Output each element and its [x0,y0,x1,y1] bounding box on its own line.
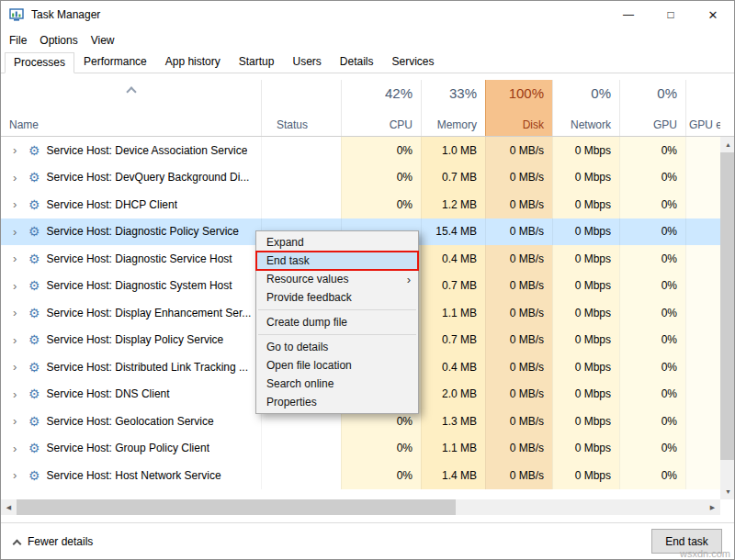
tab-users[interactable]: Users [283,51,330,73]
process-name-cell: ›⚙Service Host: Diagnostic Service Host [1,245,261,273]
menu-item-search-online[interactable]: Search online [256,375,418,393]
menu-item-provide-feedback[interactable]: Provide feedback [256,288,418,307]
menu-bar: File Options View [1,28,734,51]
process-name: Service Host: DevQuery Background Di... [47,171,250,184]
column-label-name: Name [9,118,39,131]
sort-ascending-icon [126,86,136,96]
gpu-engine-cell [685,218,720,246]
close-button[interactable]: ✕ [692,1,734,28]
column-header-status[interactable]: Status [261,80,341,136]
scroll-left-icon[interactable]: ◀ [1,499,17,515]
menu-item-go-to-details[interactable]: Go to details [256,338,418,356]
process-name-cell: ›⚙Service Host: Distributed Link Trackin… [1,353,261,381]
watermark: wsxdn.com [680,548,730,559]
scroll-right-icon[interactable]: ▶ [705,499,720,515]
menu-file[interactable]: File [3,34,33,47]
chevron-right-icon[interactable]: › [13,387,22,401]
chevron-right-icon[interactable]: › [13,414,22,428]
process-name-cell: ›⚙Service Host: Display Policy Service [1,327,261,354]
menu-item-create-dump-file[interactable]: Create dump file [256,313,418,331]
column-header-network[interactable]: 0% Network [552,80,619,136]
chevron-right-icon[interactable]: › [13,442,22,455]
tab-services[interactable]: Services [383,51,444,73]
chevron-right-icon[interactable]: › [13,468,22,482]
fewer-details-toggle[interactable]: Fewer details [14,535,93,548]
tab-performance[interactable]: Performance [74,51,156,73]
memory-cell: 0.4 MB [421,245,485,273]
chevron-right-icon[interactable]: › [13,279,22,293]
menu-item-expand[interactable]: Expand [256,233,418,252]
gpu-cell: 0% [619,381,685,409]
scroll-down-icon[interactable]: ▼ [720,484,735,499]
horizontal-scrollbar-thumb[interactable] [17,499,456,515]
task-manager-window: Task Manager — □ ✕ File Options View Pro… [0,0,735,560]
memory-cell: 2.0 MB [421,381,485,409]
scroll-up-icon[interactable]: ▲ [720,137,735,152]
chevron-right-icon[interactable]: › [13,306,22,319]
column-header-memory[interactable]: 33% Memory [421,80,485,136]
gpu-engine-cell [685,273,720,300]
network-cell: 0 Mbps [552,353,619,381]
vertical-scrollbar-thumb[interactable] [720,152,735,460]
table-row[interactable]: ›⚙Service Host: Device Association Servi… [1,137,734,164]
title-bar: Task Manager — □ ✕ [1,1,734,28]
chevron-right-icon[interactable]: › [13,197,22,211]
gpu-engine-cell [685,327,720,354]
menu-item-resource-values[interactable]: Resource values› [256,270,418,288]
horizontal-scrollbar[interactable]: ◀ ▶ [1,499,720,515]
menu-view[interactable]: View [85,34,121,47]
column-header-name[interactable]: Name [1,80,261,136]
tab-app-history[interactable]: App history [156,51,230,73]
table-row[interactable]: ›⚙Service Host: DHCP Client0%1.2 MB0 MB/… [1,191,734,218]
status-cell [261,435,341,463]
tab-processes[interactable]: Processes [5,52,74,73]
gpu-engine-cell [685,353,720,381]
column-header-cpu[interactable]: 42% CPU [341,80,421,136]
service-gear-icon: ⚙ [28,197,40,212]
network-cell: 0 Mbps [552,408,619,435]
memory-cell: 0.7 MB [421,273,485,300]
chevron-right-icon[interactable]: › [13,143,22,157]
chevron-right-icon[interactable]: › [13,171,22,185]
column-header-disk[interactable]: 100% Disk [485,80,552,136]
table-row[interactable]: ›⚙Service Host: Host Network Service0%1.… [1,462,734,489]
minimize-button[interactable]: — [607,1,650,28]
vertical-scrollbar[interactable]: ▲ ▼ [720,137,735,499]
menu-item-end-task[interactable]: End task [256,252,418,270]
menu-item-label: Go to details [266,341,328,353]
chevron-right-icon[interactable]: › [13,360,22,374]
table-row[interactable]: ›⚙Service Host: Group Policy Client0%1.1… [1,435,734,463]
process-name-cell: ›⚙Service Host: DNS Client [1,381,261,409]
column-header-gpu-engine[interactable]: GPU en [685,80,720,136]
gpu-cell: 0% [619,191,685,218]
cpu-total-percent: 42% [385,85,413,101]
column-label-status: Status [277,118,308,131]
tab-details[interactable]: Details [331,51,383,73]
column-header-gpu[interactable]: 0% GPU [619,80,685,136]
chevron-right-icon[interactable]: › [13,225,22,239]
network-cell: 0 Mbps [552,299,619,327]
chevron-up-icon [13,539,22,548]
menu-item-properties[interactable]: Properties [256,393,418,411]
process-name: Service Host: Diagnostic Service Host [47,252,232,265]
menu-options[interactable]: Options [33,34,84,47]
menu-item-open-file-location[interactable]: Open file location [256,356,418,375]
gpu-engine-cell [685,164,720,192]
window-title: Task Manager [31,8,100,21]
chevron-right-icon[interactable]: › [13,333,22,347]
maximize-button[interactable]: □ [650,1,692,28]
gpu-cell: 0% [619,462,685,489]
memory-cell: 1.1 MB [421,435,485,463]
table-row[interactable]: ›⚙Service Host: DevQuery Background Di..… [1,164,734,192]
menu-item-label: Properties [266,396,317,409]
gpu-cell: 0% [619,218,685,246]
gpu-cell: 0% [619,327,685,354]
chevron-right-icon[interactable]: › [13,252,22,265]
gpu-engine-cell [685,381,720,409]
column-label-gpu: GPU [653,118,677,131]
menu-item-label: Resource values [266,273,348,286]
gpu-engine-cell [685,191,720,218]
disk-cell: 0 MB/s [485,381,552,409]
tab-startup[interactable]: Startup [230,51,284,73]
memory-cell: 1.3 MB [421,408,485,435]
